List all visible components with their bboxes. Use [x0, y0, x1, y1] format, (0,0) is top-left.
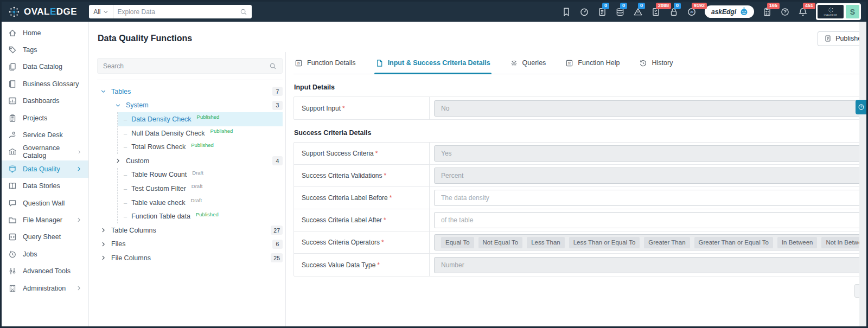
sidebar-item-administration[interactable]: Administration — [2, 280, 88, 297]
chevron-down-icon[interactable] — [115, 102, 121, 108]
alerts-icon[interactable]: 0 — [633, 7, 643, 17]
release-notes-icon[interactable]: 0 — [597, 7, 607, 17]
help-icon[interactable] — [780, 7, 790, 17]
page-icon — [375, 59, 384, 67]
tree-search-input[interactable] — [103, 62, 269, 70]
tree-group-tables[interactable]: Tables 7 — [97, 85, 283, 99]
function-detail-panel: Function Details Input & Success Criteri… — [285, 52, 868, 326]
sidebar-item-tags[interactable]: Tags — [2, 41, 88, 58]
privacy-lock-icon[interactable]: 0 — [669, 7, 679, 17]
tree-group-system[interactable]: System 3 — [112, 99, 283, 113]
database-check-icon — [8, 165, 17, 173]
chevron-right-icon[interactable] — [115, 158, 121, 164]
custom-children: Table Rouw CountDraft Test Custom Filter… — [117, 168, 283, 223]
success-criteria-label-after-row: Success Criteria Label After — [294, 209, 868, 231]
ai-assist-icon[interactable]: 9192 — [687, 7, 697, 17]
tree-group-custom[interactable]: Custom 4 — [112, 154, 283, 168]
top-navbar: OVALEDGE All 0 0 0 2088 0 9192 askEdgi 1… — [2, 2, 866, 22]
support-input-select[interactable]: No — [434, 100, 868, 117]
ovaledge-logo[interactable]: OVALEDGE — [8, 6, 77, 18]
sidebar-item-data-quality[interactable]: Data Quality — [2, 160, 88, 177]
sidebar-item-file-manager[interactable]: File Manager — [2, 211, 88, 228]
tree-item-function-table-data[interactable]: Function Table dataPublished — [118, 209, 283, 223]
release-notes-badge: 0 — [602, 3, 609, 10]
chevron-right-icon[interactable] — [100, 227, 106, 233]
sidebar-item-advanced-tools[interactable]: Advanced Tools — [2, 262, 88, 279]
operator-chip: Less Than or Equal To — [569, 237, 640, 248]
tree-item-table-rouw-count[interactable]: Table Rouw CountDraft — [118, 168, 283, 182]
ovaledge-logo-icon — [8, 6, 20, 18]
sidebar-item-projects[interactable]: Projects — [2, 110, 88, 126]
chevron-right-icon — [77, 149, 82, 155]
support-success-criteria-select[interactable]: Yes — [434, 145, 868, 162]
sidebar-item-dashboards[interactable]: Dashboards — [2, 93, 88, 110]
data-literacy-icon[interactable]: 0 — [615, 7, 625, 17]
scroll-gutter[interactable] — [859, 22, 866, 326]
tree-item-null-data-density-check[interactable]: Null Data Density CheckPublished — [118, 126, 283, 140]
sidebar-item-service-desk[interactable]: Service Desk — [2, 126, 88, 143]
bank-icon — [8, 147, 17, 156]
certifications-icon[interactable]: 2088 — [651, 7, 661, 17]
tab-function-help[interactable]: Function Help — [565, 52, 620, 74]
support-success-criteria-label: Support Success Criteria — [302, 150, 378, 157]
input-details-table: Support Input No — [293, 97, 868, 120]
gauge-icon[interactable] — [579, 7, 589, 17]
chevron-right-icon[interactable] — [100, 241, 106, 247]
building-icon — [8, 284, 17, 293]
service-desk-icon — [8, 131, 17, 139]
sidebar-item-jobs[interactable]: Jobs — [2, 246, 88, 262]
operator-chips: Equal To Not Equal To Less Than Less Tha… — [441, 237, 868, 248]
success-criteria-validations-select[interactable]: Percent — [434, 168, 868, 184]
user-avatar[interactable]: S — [846, 5, 859, 18]
operator-chip: Equal To — [441, 237, 474, 248]
ovaledge-mini-logo-icon — [828, 7, 834, 13]
notifications-bell-icon[interactable]: 451 — [798, 7, 808, 17]
tab-input-success-criteria-details[interactable]: Input & Success Criteria Details — [375, 52, 490, 74]
search-icon — [240, 8, 247, 16]
operator-chip: In Between — [777, 237, 818, 248]
fx-icon — [565, 59, 573, 67]
success-criteria-label-before-input[interactable] — [434, 190, 868, 206]
tab-function-details[interactable]: Function Details — [295, 52, 356, 74]
tree-group-table-columns[interactable]: Table Columns 27 — [97, 223, 283, 237]
tasks-icon[interactable]: 165 — [762, 7, 772, 17]
sidebar-item-data-catalog[interactable]: Data Catalog — [2, 59, 88, 75]
success-criteria-operators-select[interactable]: Equal To Not Equal To Less Than Less Tha… — [434, 234, 868, 250]
tree-item-data-density-check[interactable]: Data Density CheckPublished — [118, 112, 283, 126]
global-search-input[interactable] — [113, 8, 240, 16]
tree-group-files[interactable]: Files 6 — [97, 237, 283, 252]
operator-chip: Greater Than — [644, 237, 690, 248]
tree-item-total-rows-check[interactable]: Total Rows CheckPublished — [118, 140, 283, 154]
search-icon — [269, 62, 277, 70]
sidebar-item-question-wall[interactable]: Question Wall — [2, 195, 88, 211]
search-scope-dropdown[interactable]: All — [89, 5, 113, 18]
chevron-down-icon[interactable] — [100, 88, 106, 94]
sidebar-item-business-glossary[interactable]: Business Glossary — [2, 75, 88, 92]
chevron-right-icon[interactable] — [100, 255, 106, 261]
success-value-data-type-select[interactable]: Number — [434, 257, 868, 273]
success-criteria-validations-label: Success Criteria Validations — [302, 172, 386, 179]
detail-tabs: Function Details Input & Success Criteri… — [293, 52, 868, 74]
sidebar-item-governance-catalog[interactable]: Governance Catalog — [2, 144, 88, 160]
app-window: OVALEDGE All 0 0 0 2088 0 9192 askEdgi 1… — [0, 0, 868, 328]
tree-item-test-custom-filter[interactable]: Test Custom FilterDraft — [118, 182, 283, 196]
status-badge: Draft — [191, 197, 202, 203]
success-criteria-label-after-input[interactable] — [434, 212, 868, 228]
askedgi-button[interactable]: askEdgi — [705, 5, 754, 18]
tree-group-file-columns[interactable]: File Columns 25 — [97, 251, 283, 265]
tab-queries[interactable]: Queries — [510, 52, 546, 74]
tab-history[interactable]: History — [639, 52, 673, 74]
operator-chip: Greater Than or Equal To — [694, 237, 773, 248]
sidebar-item-query-sheet[interactable]: Query Sheet — [2, 229, 88, 246]
bookmark-icon[interactable] — [561, 7, 571, 17]
clock-icon — [8, 250, 17, 259]
tree-item-table-value-check[interactable]: Table value checkDraft — [118, 196, 283, 210]
profile-menu[interactable]: OVALEDGE S — [816, 3, 861, 20]
help-flyout-tab[interactable] — [856, 100, 866, 114]
sidebar-item-data-stories[interactable]: Data Stories — [2, 178, 88, 195]
system-count-badge: 3 — [272, 101, 283, 110]
tenant-logo-thumbnail: OVALEDGE — [818, 5, 844, 18]
sidebar-item-home[interactable]: Home — [2, 24, 88, 41]
robot-icon — [739, 7, 749, 16]
success-criteria-operators-row: Success Criteria Operators Equal To Not … — [294, 231, 868, 254]
